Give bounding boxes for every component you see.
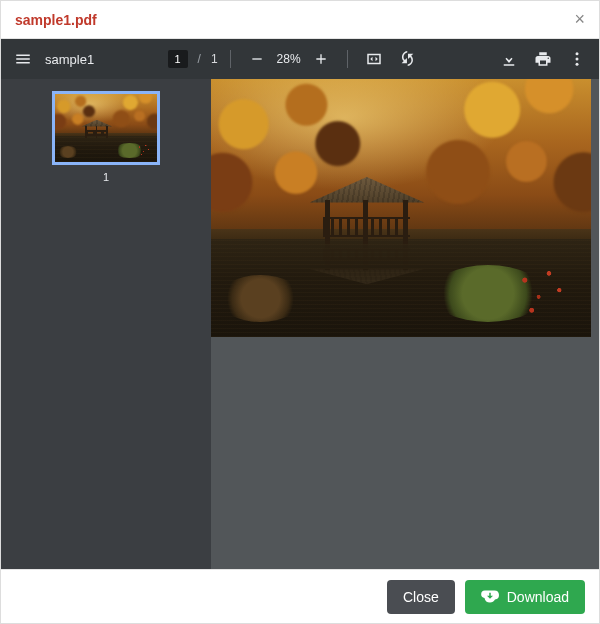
menu-icon[interactable] bbox=[9, 45, 37, 73]
fit-to-page-icon[interactable] bbox=[360, 45, 388, 73]
thumbnail-sidebar[interactable]: 1 bbox=[1, 79, 211, 569]
viewer-body: 1 bbox=[1, 79, 599, 569]
page-number-input[interactable] bbox=[168, 50, 188, 68]
modal-footer: Close Download bbox=[1, 569, 599, 623]
download-button[interactable]: Download bbox=[465, 580, 585, 614]
modal-header: sample1.pdf × bbox=[1, 1, 599, 39]
modal-title: sample1.pdf bbox=[15, 12, 97, 28]
pdf-preview-modal: sample1.pdf × sample1 / 1 28% bbox=[0, 0, 600, 624]
zoom-level: 28% bbox=[277, 52, 301, 66]
toolbar-divider bbox=[347, 50, 348, 68]
download-icon[interactable] bbox=[495, 45, 523, 73]
thumbnail-number: 1 bbox=[103, 171, 109, 183]
zoom-in-icon[interactable] bbox=[307, 45, 335, 73]
zoom-out-icon[interactable] bbox=[243, 45, 271, 73]
thumbnail-item[interactable]: 1 bbox=[52, 91, 160, 183]
rotate-icon[interactable] bbox=[394, 45, 422, 73]
page-canvas[interactable] bbox=[211, 79, 599, 569]
toolbar-divider bbox=[230, 50, 231, 68]
page-total: 1 bbox=[211, 52, 218, 66]
close-button[interactable]: Close bbox=[387, 580, 455, 614]
close-icon[interactable]: × bbox=[574, 9, 585, 30]
thumbnail-image[interactable] bbox=[52, 91, 160, 165]
cloud-download-icon bbox=[481, 586, 499, 607]
svg-point-2 bbox=[576, 63, 579, 66]
document-title: sample1 bbox=[45, 52, 94, 67]
pdf-viewer: sample1 / 1 28% bbox=[1, 39, 599, 569]
page-separator: / bbox=[198, 52, 201, 66]
svg-point-1 bbox=[576, 58, 579, 61]
print-icon[interactable] bbox=[529, 45, 557, 73]
download-button-label: Download bbox=[507, 589, 569, 605]
more-icon[interactable] bbox=[563, 45, 591, 73]
svg-point-0 bbox=[576, 52, 579, 55]
page-content bbox=[211, 79, 591, 337]
viewer-toolbar: sample1 / 1 28% bbox=[1, 39, 599, 79]
